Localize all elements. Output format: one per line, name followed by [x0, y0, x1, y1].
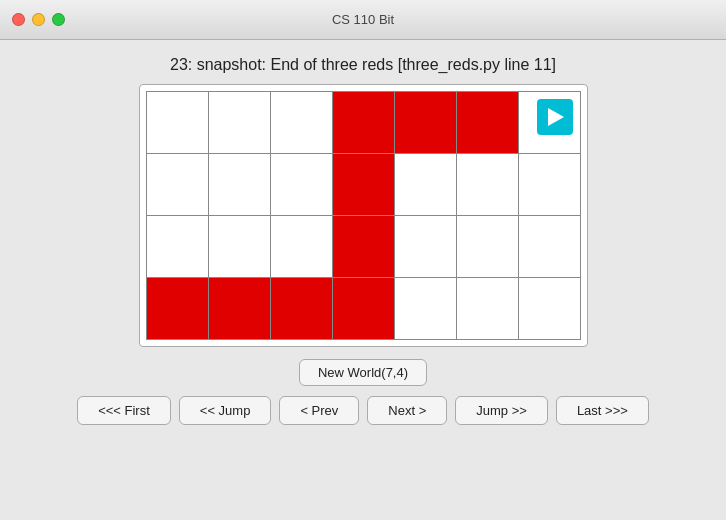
grid-cell — [457, 154, 519, 216]
prev-button[interactable]: < Prev — [279, 396, 359, 425]
grid-cell — [519, 216, 581, 278]
grid-cell — [209, 216, 271, 278]
grid-cell — [209, 154, 271, 216]
main-content: 23: snapshot: End of three reds [three_r… — [0, 40, 726, 520]
minimize-button[interactable] — [32, 13, 45, 26]
grid-cell — [395, 216, 457, 278]
jump-back-button[interactable]: << Jump — [179, 396, 272, 425]
grid-cell — [457, 92, 519, 154]
next-button[interactable]: Next > — [367, 396, 447, 425]
grid-cell — [333, 92, 395, 154]
world-grid — [146, 91, 581, 340]
grid-cell — [271, 278, 333, 340]
title-bar: CS 110 Bit — [0, 0, 726, 40]
grid-cell — [209, 92, 271, 154]
grid-cell — [457, 278, 519, 340]
nav-row: <<< First << Jump < Prev Next > Jump >> … — [77, 396, 649, 425]
grid-cell — [333, 154, 395, 216]
grid-cell — [147, 278, 209, 340]
traffic-lights — [12, 13, 65, 26]
grid-cell — [209, 278, 271, 340]
grid-cell — [147, 216, 209, 278]
new-world-button[interactable]: New World(7,4) — [299, 359, 427, 386]
play-button[interactable] — [537, 99, 573, 135]
grid-cell — [271, 92, 333, 154]
grid-cell — [333, 216, 395, 278]
grid-cell — [519, 278, 581, 340]
first-button[interactable]: <<< First — [77, 396, 171, 425]
window-title: CS 110 Bit — [332, 12, 394, 27]
grid-cell — [271, 154, 333, 216]
grid-cell — [457, 216, 519, 278]
close-button[interactable] — [12, 13, 25, 26]
world-container — [139, 84, 588, 347]
grid-cell — [333, 278, 395, 340]
snapshot-label: 23: snapshot: End of three reds [three_r… — [170, 56, 556, 74]
grid-cell — [395, 92, 457, 154]
jump-fwd-button[interactable]: Jump >> — [455, 396, 548, 425]
last-button[interactable]: Last >>> — [556, 396, 649, 425]
maximize-button[interactable] — [52, 13, 65, 26]
grid-cell — [519, 154, 581, 216]
grid-cell — [147, 92, 209, 154]
grid-cell — [395, 278, 457, 340]
grid-cell — [147, 154, 209, 216]
grid-cell — [271, 216, 333, 278]
grid-cell — [395, 154, 457, 216]
